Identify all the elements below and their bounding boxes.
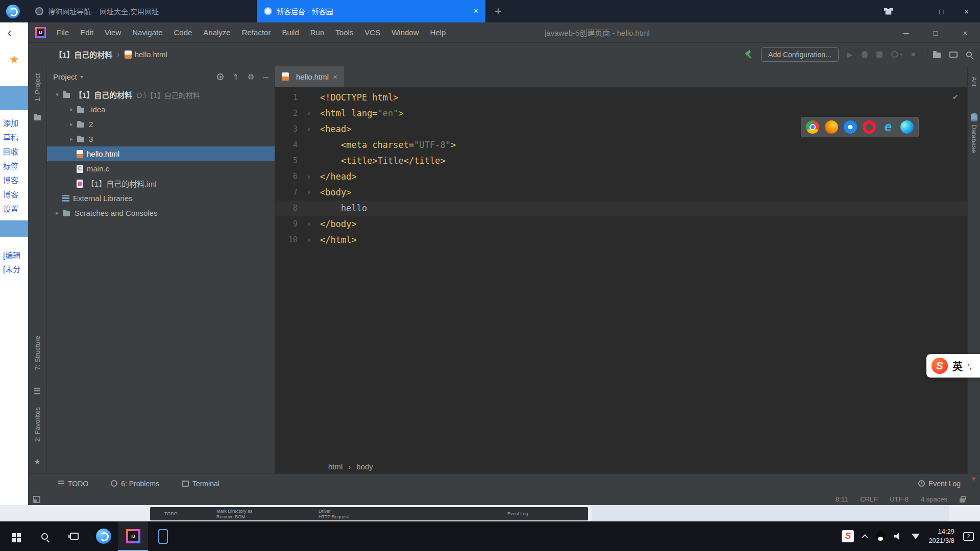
sogou-ime-tray-icon[interactable]: S (842, 530, 854, 542)
project-panel-caret-icon[interactable]: ▾ (81, 74, 83, 80)
project-panel-title[interactable]: Project (53, 72, 77, 81)
edge-browser-icon[interactable] (900, 120, 914, 134)
database-icon[interactable] (971, 113, 977, 120)
ide-minimize-button[interactable]: ─ (891, 29, 921, 37)
ide-close-button[interactable]: × (950, 29, 980, 37)
fold-marker-icon[interactable]: ∧ (298, 169, 320, 185)
network-icon[interactable] (911, 534, 920, 539)
editor-tab-hello-html[interactable]: hello.html × (275, 66, 344, 87)
page-link[interactable]: 添加 (3, 117, 18, 128)
scroll-down-arrow-icon[interactable]: ▼ (971, 475, 976, 482)
ie-browser-icon[interactable]: e (881, 120, 895, 134)
taskbar-device[interactable] (148, 521, 178, 551)
code-line-6[interactable]: 6∧</head> (275, 169, 967, 185)
browser-skin-icon[interactable] (884, 8, 893, 15)
new-tab-button[interactable]: + (495, 5, 502, 17)
tree-item-.idea[interactable]: ▸.idea (47, 102, 275, 117)
ime-language-mode[interactable]: 英 (952, 359, 963, 373)
notification-center-icon[interactable]: 2 (963, 532, 974, 541)
structure-stripe-icon[interactable] (34, 388, 40, 394)
code-line-7[interactable]: 7∨<body> (275, 185, 967, 201)
caret-position[interactable]: 8:11 (836, 495, 848, 503)
menu-analyze[interactable]: Analyze (198, 28, 236, 37)
gear-icon[interactable]: ⚙ (248, 72, 254, 82)
code-line-1[interactable]: 1<!DOCTYPE html> (275, 90, 967, 106)
fold-marker-icon[interactable]: ∧ (298, 216, 320, 232)
debug-icon[interactable] (862, 51, 868, 58)
browser-back-icon[interactable]: ‹ (7, 24, 12, 41)
code-line-5[interactable]: 5 <title>Title</title> (275, 153, 967, 169)
hide-panel-icon[interactable]: ─ (263, 72, 268, 81)
breadcrumb-file[interactable]: hello.html (135, 50, 167, 59)
menu-tools[interactable]: Tools (330, 28, 359, 37)
tab-close-icon[interactable]: × (474, 7, 478, 16)
menu-run[interactable]: Run (305, 28, 330, 37)
menu-build[interactable]: Build (276, 28, 304, 37)
profiler-icon[interactable] (891, 51, 898, 58)
search-everywhere-icon[interactable] (966, 52, 972, 57)
browser-tab-blog-admin[interactable]: 博客后台 - 博客园 × (257, 0, 485, 22)
menu-code[interactable]: Code (168, 28, 198, 37)
bookmark-star-icon[interactable]: ★ (9, 53, 19, 66)
tree-item-root[interactable]: ▾【1】自己的材料D:\【1】自己的材料 (47, 87, 275, 102)
profiler-dropdown-icon[interactable]: ▾ (900, 52, 903, 57)
opera-browser-icon[interactable] (863, 120, 876, 134)
tree-chevron-icon[interactable]: ▸ (66, 136, 77, 142)
tree-chevron-icon[interactable]: ▸ (66, 106, 77, 113)
file-encoding[interactable]: UTF-8 (890, 495, 909, 503)
tree-item-3[interactable]: ▸3 (47, 132, 275, 146)
tool-button-database[interactable]: Database (970, 124, 978, 153)
task-view-button[interactable] (59, 521, 89, 551)
fold-marker-icon[interactable]: ∨ (298, 121, 320, 137)
qq-tray-icon[interactable] (876, 531, 885, 542)
menu-refactor[interactable]: Refactor (236, 28, 277, 37)
tree-item-2[interactable]: ▸2 (47, 117, 275, 132)
page-link[interactable]: 草稿 (3, 132, 18, 142)
fold-marker-icon[interactable]: ∧ (298, 232, 320, 248)
browser-close-button[interactable]: × (964, 8, 969, 15)
ide-maximize-button[interactable]: □ (921, 29, 950, 37)
menu-view[interactable]: View (99, 28, 127, 37)
collapse-all-icon[interactable]: ⇑ (232, 72, 239, 82)
run-icon[interactable]: ▶ (847, 51, 853, 59)
coverage-icon[interactable] (876, 52, 883, 58)
tree-chevron-icon[interactable]: ▸ (52, 210, 62, 216)
breadcrumb-html[interactable]: html (328, 462, 342, 471)
ime-punctuation-mode[interactable]: ’, (967, 362, 971, 370)
volume-icon[interactable] (894, 533, 902, 540)
safari-browser-icon[interactable] (844, 120, 857, 134)
toolwindow-toggle-icon[interactable] (33, 496, 40, 503)
line-ending[interactable]: CRLF (860, 495, 877, 503)
indent-setting[interactable]: 4 spaces (921, 495, 947, 503)
tree-chevron-icon[interactable]: ▾ (52, 91, 62, 98)
code-line-4[interactable]: 4 <meta charset="UTF-8"> (275, 137, 967, 153)
tree-chevron-icon[interactable]: ▸ (66, 121, 77, 128)
firefox-browser-icon[interactable] (825, 120, 838, 134)
menu-vcs[interactable]: VCS (359, 28, 386, 37)
browser-minimize-button[interactable]: ─ (914, 8, 919, 15)
menu-file[interactable]: File (51, 28, 75, 37)
browser-maximize-button[interactable]: □ (939, 8, 944, 15)
tree-item-main.c[interactable]: Cmain.c (47, 161, 275, 176)
taskbar-sogou-browser[interactable] (89, 521, 118, 551)
tree-item-【1】自己的材料.iml[interactable]: 【1】自己的材料.iml (47, 176, 275, 191)
start-button[interactable] (0, 521, 30, 551)
browser-tab-sogou-nav[interactable]: 搜狗网址导航- - 网址大全,实用网址 (28, 0, 257, 22)
tool-button-ant[interactable]: Ant (970, 77, 978, 87)
menu-help[interactable]: Help (425, 28, 452, 37)
readonly-lock-icon[interactable] (960, 498, 965, 503)
tool-button-structure[interactable]: 7: Structure (34, 336, 41, 370)
inspections-ok-icon[interactable]: ✔ (953, 91, 958, 102)
locate-file-icon[interactable] (217, 73, 224, 80)
taskbar-search-button[interactable] (30, 521, 59, 551)
tree-item-hello.html[interactable]: hello.html (47, 146, 275, 161)
taskbar-intellij[interactable] (118, 521, 148, 551)
terminal-button[interactable]: Terminal (182, 480, 219, 488)
project-stripe-icon[interactable] (34, 115, 41, 120)
code-editor[interactable]: 1<!DOCTYPE html>2∨<html lang="en">3∨<hea… (275, 87, 967, 459)
fold-marker-icon[interactable]: ∨ (298, 185, 320, 201)
sogou-ime-logo-icon[interactable]: S (932, 358, 948, 374)
event-log-button[interactable]: Event Log (918, 480, 961, 488)
tray-expand-icon[interactable] (862, 534, 869, 541)
code-line-9[interactable]: 9∧</body> (275, 216, 967, 232)
